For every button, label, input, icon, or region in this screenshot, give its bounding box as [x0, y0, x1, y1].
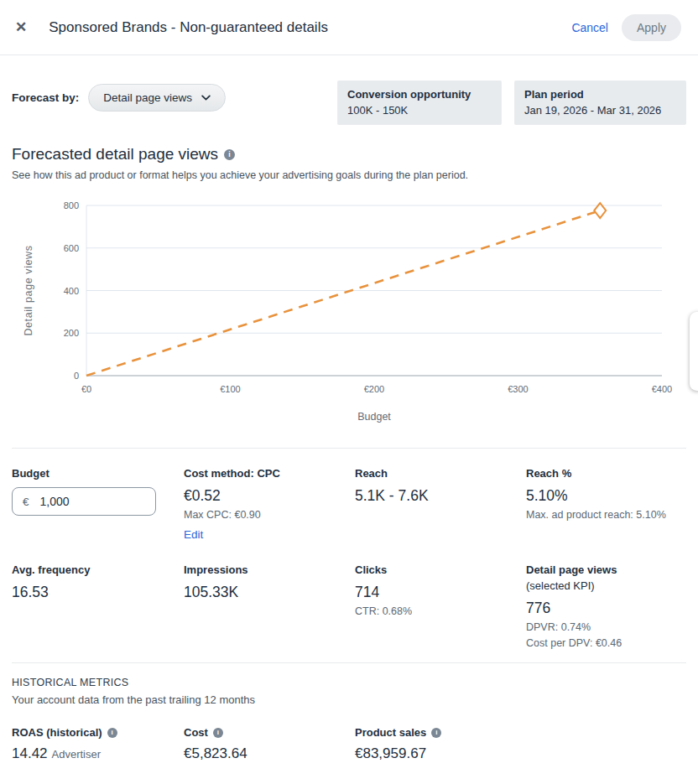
svg-text:€100: €100	[220, 384, 240, 394]
forecast-controls-row: Forecast by: Detail page views Conversio…	[12, 80, 686, 125]
currency-symbol: €	[23, 496, 29, 508]
dpv-label: Detail page views	[526, 563, 686, 576]
historical-metrics-grid: ROAS (historical) i 14.42Advertiser Cost…	[12, 726, 686, 762]
svg-text:€0: €0	[81, 384, 91, 394]
side-drawer-handle[interactable]	[690, 312, 698, 391]
ctr-text: CTR: 0.68%	[355, 605, 526, 617]
svg-text:Budget: Budget	[357, 411, 391, 423]
dpv-selected-kpi-label: (selected KPI)	[526, 579, 686, 592]
svg-text:600: 600	[64, 243, 79, 253]
svg-text:€400: €400	[652, 384, 672, 394]
avg-frequency-value: 16.53	[12, 584, 184, 601]
metric-impressions: Impressions 105.33K	[184, 563, 355, 649]
roas-suffix: Advertiser	[52, 748, 102, 761]
cancel-button[interactable]: Cancel	[571, 21, 608, 34]
summary-boxes: Conversion opportunity 100K - 150K Plan …	[337, 80, 686, 125]
max-ad-product-reach-text: Max. ad product reach: 5.10%	[526, 509, 686, 521]
roas-value-row: 14.42Advertiser	[12, 745, 184, 762]
dpv-value: 776	[526, 600, 686, 617]
svg-text:400: 400	[64, 286, 79, 296]
svg-text:200: 200	[64, 328, 79, 338]
page-title: Sponsored Brands - Non-guaranteed detail…	[49, 19, 571, 36]
info-icon[interactable]: i	[213, 728, 223, 738]
budget-label: Budget	[12, 467, 184, 480]
metric-reach: Reach 5.1K - 7.6K	[355, 467, 526, 542]
reach-value: 5.1K - 7.6K	[355, 487, 526, 505]
conversion-opportunity-box: Conversion opportunity 100K - 150K	[337, 80, 502, 125]
budget-value-field[interactable]	[40, 495, 124, 508]
divider	[12, 662, 686, 663]
metric-historical-cost: Cost i €5,823.64	[184, 726, 355, 762]
forecast-by-dropdown[interactable]: Detail page views	[88, 84, 226, 112]
info-icon[interactable]: i	[224, 149, 235, 160]
metric-product-sales: Product sales i €83,959.67	[355, 726, 686, 762]
svg-text:0: 0	[74, 371, 79, 381]
budget-input[interactable]: €	[12, 487, 156, 516]
reach-pct-value: 5.10%	[526, 487, 686, 505]
roas-value: 14.42	[12, 745, 48, 761]
info-icon[interactable]: i	[431, 728, 441, 738]
modal-content: Forecast by: Detail page views Conversio…	[0, 80, 698, 762]
forecast-metrics-grid: Budget € Cost method: CPC €0.52 Max CPC:…	[12, 467, 686, 649]
info-icon[interactable]: i	[107, 728, 117, 738]
forecast-section-title: Forecasted detail page views	[12, 145, 218, 164]
plan-period-box: Plan period Jan 19, 2026 - Mar 31, 2026	[514, 80, 686, 125]
cost-method-value: €0.52	[184, 487, 355, 505]
metric-detail-page-views: Detail page views (selected KPI) 776 DPV…	[526, 563, 686, 649]
clicks-label: Clicks	[355, 563, 526, 576]
metric-cost-method: Cost method: CPC €0.52 Max CPC: €0.90 Ed…	[184, 467, 355, 542]
forecast-section-heading: Forecasted detail page views i	[12, 145, 686, 164]
modal-header: ✕ Sponsored Brands - Non-guaranteed deta…	[0, 0, 698, 55]
svg-text:800: 800	[64, 200, 79, 210]
historical-metrics-subheading: Your account data from the past trailing…	[12, 693, 686, 706]
metric-roas: ROAS (historical) i 14.42Advertiser	[12, 726, 184, 762]
plan-period-value: Jan 19, 2026 - Mar 31, 2026	[524, 104, 676, 117]
edit-cpc-link[interactable]: Edit	[184, 528, 203, 541]
dpvr-text: DPVR: 0.74%	[526, 621, 686, 633]
metric-clicks: Clicks 714 CTR: 0.68%	[355, 563, 526, 649]
metric-budget: Budget €	[12, 467, 184, 542]
conversion-opportunity-label: Conversion opportunity	[347, 88, 492, 101]
impressions-label: Impressions	[184, 563, 355, 576]
reach-label: Reach	[355, 467, 526, 480]
divider	[12, 448, 686, 449]
impressions-value: 105.33K	[184, 584, 355, 601]
clicks-value: 714	[355, 584, 526, 601]
forecast-chart-svg: 0200400600800€0€100€200€300€400BudgetDet…	[12, 193, 686, 432]
close-icon[interactable]: ✕	[15, 20, 27, 34]
cost-per-dpv-text: Cost per DPV: €0.46	[526, 637, 686, 649]
max-cpc-text: Max CPC: €0.90	[184, 509, 355, 521]
metric-reach-pct: Reach % 5.10% Max. ad product reach: 5.1…	[526, 467, 686, 542]
reach-pct-label: Reach %	[526, 467, 686, 480]
product-sales-value: €83,959.67	[355, 745, 686, 762]
svg-text:€300: €300	[508, 384, 528, 394]
forecast-by-label: Forecast by:	[12, 91, 79, 104]
forecast-section-subtitle: See how this ad product or format helps …	[12, 169, 686, 181]
apply-button[interactable]: Apply	[622, 14, 681, 41]
cost-value: €5,823.64	[184, 745, 355, 762]
cost-label: Cost	[184, 726, 208, 739]
forecast-by-dropdown-value: Detail page views	[103, 91, 192, 104]
conversion-opportunity-value: 100K - 150K	[347, 104, 492, 117]
metric-avg-frequency: Avg. frequency 16.53	[12, 563, 184, 649]
plan-period-label: Plan period	[524, 88, 676, 101]
roas-label: ROAS (historical)	[12, 726, 102, 739]
chevron-down-icon	[201, 95, 211, 101]
avg-frequency-label: Avg. frequency	[12, 563, 184, 576]
cost-method-label: Cost method: CPC	[184, 467, 355, 480]
forecast-chart: 0200400600800€0€100€200€300€400BudgetDet…	[12, 193, 686, 434]
forecast-by-group: Forecast by: Detail page views	[12, 84, 226, 112]
historical-metrics-heading: HISTORICAL METRICS	[12, 677, 686, 688]
product-sales-label: Product sales	[355, 726, 426, 739]
svg-text:€200: €200	[364, 384, 384, 394]
svg-text:Detail page views: Detail page views	[23, 245, 34, 335]
